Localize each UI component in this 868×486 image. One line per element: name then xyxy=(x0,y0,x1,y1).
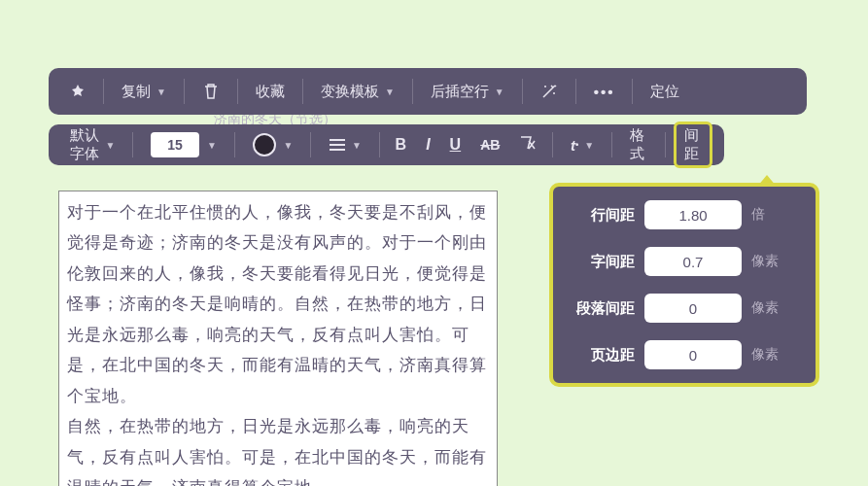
copy-button[interactable]: 复制 ▼ xyxy=(112,79,176,105)
paragraph-spacing-input[interactable]: 0 xyxy=(644,294,742,323)
separator xyxy=(103,79,104,104)
chevron-down-icon: ▼ xyxy=(352,140,362,151)
separator xyxy=(575,79,576,104)
letter-spacing-label: 字间距 xyxy=(569,253,635,271)
copy-label: 复制 xyxy=(122,83,151,101)
color-swatch-icon xyxy=(253,133,276,156)
separator xyxy=(234,132,235,157)
separator xyxy=(665,132,666,157)
separator xyxy=(611,132,612,157)
text-style-icon: t• xyxy=(571,137,578,154)
bold-button[interactable]: B xyxy=(388,132,415,157)
insert-blank-line-button[interactable]: 后插空行 ▼ xyxy=(421,79,514,105)
line-spacing-label: 行间距 xyxy=(569,206,635,225)
letter-spacing-input[interactable]: 0.7 xyxy=(644,247,742,276)
paragraph-spacing-unit: 像素 xyxy=(751,299,781,317)
format-toolbar: 默认字体 ▼ 15 ▼ ▼ ▼ B I U AB t• ▼ 格式 间距 xyxy=(49,124,724,165)
clear-format-button[interactable] xyxy=(511,131,544,158)
paragraph-1[interactable]: 对于一个在北平住惯的人，像我，冬天要是不刮风，便觉得是奇迹；济南的冬天是没有风声… xyxy=(67,197,489,411)
separator xyxy=(379,132,380,157)
line-spacing-unit: 倍 xyxy=(751,206,781,224)
color-picker[interactable]: ▼ xyxy=(243,129,303,160)
page-margin-label: 页边距 xyxy=(569,346,635,364)
paragraph-2[interactable]: 自然，在热带的地方，日光是永远那么毒，响亮的天气，反有点叫人害怕。可是，在北中国… xyxy=(67,411,489,486)
text-editor[interactable]: 对于一个在北平住惯的人，像我，冬天要是不刮风，便觉得是奇迹；济南的冬天是没有风声… xyxy=(58,191,498,486)
font-family-label: 默认字体 xyxy=(70,126,100,163)
spacing-label: 间距 xyxy=(684,126,702,163)
clear-format-icon xyxy=(519,135,537,151)
spacing-panel: 行间距 1.80 倍 字间距 0.7 像素 段落间距 0 像素 页边距 0 像素 xyxy=(549,183,819,387)
separator xyxy=(184,79,185,104)
font-family-select[interactable]: 默认字体 ▼ xyxy=(60,122,124,167)
chevron-down-icon: ▼ xyxy=(495,87,504,97)
chevron-down-icon: ▼ xyxy=(106,140,116,151)
chevron-down-icon: ▼ xyxy=(584,140,594,151)
text-style-button[interactable]: t• ▼ xyxy=(561,133,604,157)
page-margin-row: 页边距 0 像素 xyxy=(569,340,800,369)
separator xyxy=(632,79,633,104)
paragraph-spacing-label: 段落间距 xyxy=(569,299,635,318)
chevron-down-icon: ▼ xyxy=(207,140,217,151)
font-size-control[interactable]: 15 ▼ xyxy=(141,128,226,161)
ellipsis-icon: ••• xyxy=(594,84,615,100)
locate-label: 定位 xyxy=(650,83,679,101)
change-template-label: 变换模板 xyxy=(321,83,379,101)
pin-button[interactable] xyxy=(60,80,95,103)
chevron-down-icon: ▼ xyxy=(284,140,294,151)
chevron-down-icon: ▼ xyxy=(156,87,166,97)
strikethrough-button[interactable]: AB xyxy=(472,133,507,156)
separator xyxy=(412,79,413,104)
separator xyxy=(310,132,311,157)
letter-spacing-unit: 像素 xyxy=(751,253,781,270)
magic-button[interactable] xyxy=(531,79,568,104)
font-size-input[interactable]: 15 xyxy=(151,132,199,157)
insert-blank-line-label: 后插空行 xyxy=(431,83,489,101)
separator xyxy=(302,79,303,104)
main-toolbar: 复制 ▼ 收藏 变换模板 ▼ 后插空行 ▼ ••• 定位 xyxy=(49,68,807,115)
separator xyxy=(237,79,238,104)
format-button[interactable]: 格式 xyxy=(620,122,657,167)
italic-button[interactable]: I xyxy=(418,132,437,157)
underline-button[interactable]: U xyxy=(442,132,469,157)
delete-button[interactable] xyxy=(192,79,229,104)
spacing-button[interactable]: 间距 xyxy=(674,122,712,168)
page-margin-unit: 像素 xyxy=(751,346,781,364)
locate-button[interactable]: 定位 xyxy=(641,79,689,105)
trash-icon xyxy=(202,83,220,100)
svg-point-0 xyxy=(544,86,546,87)
favorite-button[interactable]: 收藏 xyxy=(246,79,295,105)
letter-spacing-row: 字间距 0.7 像素 xyxy=(569,247,800,276)
page-margin-input[interactable]: 0 xyxy=(644,340,742,369)
separator xyxy=(552,132,553,157)
paragraph-spacing-row: 段落间距 0 像素 xyxy=(569,294,800,323)
chevron-down-icon: ▼ xyxy=(385,87,395,97)
pin-icon xyxy=(70,84,86,99)
more-button[interactable]: ••• xyxy=(584,80,625,104)
line-spacing-input[interactable]: 1.80 xyxy=(644,200,742,229)
line-spacing-row: 行间距 1.80 倍 xyxy=(569,200,800,229)
favorite-label: 收藏 xyxy=(256,83,285,101)
align-button[interactable]: ▼ xyxy=(319,134,371,156)
align-icon xyxy=(329,138,346,152)
separator xyxy=(522,79,523,104)
separator xyxy=(132,132,133,157)
format-label: 格式 xyxy=(630,126,647,163)
change-template-button[interactable]: 变换模板 ▼ xyxy=(311,79,404,105)
wand-icon xyxy=(540,83,558,100)
svg-point-1 xyxy=(553,92,555,94)
